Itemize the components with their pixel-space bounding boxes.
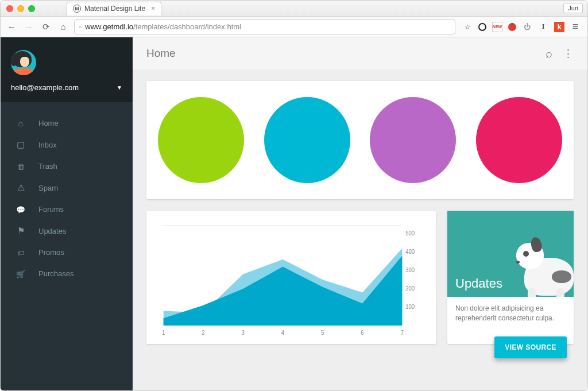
avatar[interactable]: [11, 50, 36, 75]
svg-text:200: 200: [405, 285, 415, 292]
account-switcher[interactable]: hello@example.com ▼: [11, 83, 122, 92]
url-host: www.getmdl.io: [85, 22, 133, 31]
bookmark-icon[interactable]: [462, 22, 473, 32]
extension-new-icon[interactable]: NEW: [492, 22, 502, 32]
window-controls: [6, 5, 35, 12]
tab-close-icon[interactable]: ×: [151, 5, 155, 13]
profile-badge[interactable]: Juri: [563, 3, 583, 13]
sidebar-item-label: Purchases: [38, 269, 74, 278]
home-icon: [16, 118, 26, 128]
browser-window: M Material Design Lite × Juri ← → ⟳ ⌂ ▫ …: [0, 0, 588, 391]
sidebar-item-inbox[interactable]: Inbox: [1, 134, 133, 156]
search-icon[interactable]: [546, 47, 552, 60]
stat-circle-2: [264, 97, 350, 183]
extension-power-icon[interactable]: [522, 22, 532, 32]
chart-rule: [161, 226, 401, 226]
browser-tab[interactable]: M Material Design Lite ×: [67, 2, 161, 16]
updates-title: Updates: [455, 276, 502, 291]
sidebar-item-spam[interactable]: Spam: [1, 177, 133, 199]
address-bar[interactable]: ▫ www.getmdl.io/templates/dashboard/inde…: [74, 20, 455, 34]
view-source-button[interactable]: VIEW SOURCE: [494, 336, 567, 358]
circles-card: [146, 81, 574, 199]
favicon-icon: M: [73, 5, 81, 13]
back-icon[interactable]: ←: [5, 22, 18, 32]
inbox-icon: [16, 140, 26, 150]
updates-card: Updates Non dolore elit adipisicing ea r…: [447, 211, 574, 344]
sidebar-item-label: Inbox: [38, 141, 57, 149]
sidebar-item-forums[interactable]: Forums: [1, 199, 133, 220]
extension-info-icon[interactable]: [538, 22, 548, 32]
svg-text:4: 4: [281, 330, 285, 336]
svg-text:100: 100: [405, 304, 415, 310]
svg-text:1: 1: [162, 330, 165, 336]
updates-body: Non dolore elit adipisicing ea reprehend…: [447, 297, 574, 330]
stat-circle-3: [370, 97, 456, 183]
second-row: 100200300400500 1234567 Updates: [146, 211, 574, 344]
svg-text:5: 5: [321, 330, 324, 336]
appbar: Home: [133, 37, 587, 69]
account-email: hello@example.com: [11, 83, 79, 92]
svg-text:2: 2: [202, 330, 204, 336]
browser-toolbar: ← → ⟳ ⌂ ▫ www.getmdl.io/templates/dashbo…: [1, 17, 587, 37]
sidebar: hello@example.com ▼ Home Inbox Trash: [1, 37, 133, 390]
appbar-actions: [546, 47, 574, 60]
reload-icon[interactable]: ⟳: [40, 22, 52, 32]
stat-circle-1: [158, 97, 244, 183]
sidebar-item-label: Spam: [38, 184, 58, 192]
titlebar: M Material Design Lite × Juri: [1, 1, 587, 17]
extension-k-icon[interactable]: k: [554, 22, 564, 32]
forward-icon: →: [22, 22, 35, 32]
extension-icons: NEW ✦ k: [460, 22, 583, 32]
page-title: Home: [146, 47, 176, 60]
svg-text:500: 500: [405, 230, 415, 237]
extension-circle-icon[interactable]: [478, 23, 486, 31]
more-icon[interactable]: [563, 47, 574, 60]
forums-icon: [16, 204, 26, 214]
sidebar-item-home[interactable]: Home: [1, 113, 133, 134]
svg-text:400: 400: [405, 249, 415, 255]
updates-media: Updates: [447, 211, 574, 297]
home-browser-icon[interactable]: ⌂: [57, 22, 69, 32]
sidebar-item-trash[interactable]: Trash: [1, 156, 133, 177]
sidebar-item-label: Updates: [38, 227, 66, 235]
minimize-window-icon[interactable]: [17, 5, 24, 12]
area-chart: 100200300400500 1234567: [158, 222, 424, 337]
url-text: www.getmdl.io/templates/dashboard/index.…: [85, 22, 241, 31]
app-viewport: hello@example.com ▼ Home Inbox Trash: [1, 37, 587, 390]
chevron-down-icon: ▼: [117, 84, 122, 91]
extension-tomato-icon[interactable]: ✦: [508, 23, 516, 31]
svg-text:6: 6: [361, 330, 364, 336]
sidebar-item-label: Home: [38, 119, 59, 127]
page-icon: ▫: [79, 23, 82, 31]
svg-text:3: 3: [242, 330, 245, 336]
sidebar-item-promos[interactable]: Promos: [1, 242, 133, 263]
sidebar-item-label: Forums: [38, 205, 64, 214]
tab-title: Material Design Lite: [84, 5, 145, 13]
sidebar-nav: Home Inbox Trash Spam Forums: [1, 102, 133, 295]
close-window-icon[interactable]: [6, 5, 13, 12]
trash-icon: [16, 161, 26, 171]
sidebar-item-label: Promos: [38, 248, 64, 257]
chart-card: 100200300400500 1234567: [146, 211, 436, 344]
updates-icon: [16, 226, 26, 236]
url-path: /templates/dashboard/index.html: [133, 22, 241, 31]
stat-circle-4: [476, 97, 562, 183]
sidebar-header: hello@example.com ▼: [1, 37, 133, 102]
sidebar-item-updates[interactable]: Updates: [1, 220, 133, 242]
dog-illustration: [508, 231, 574, 297]
sidebar-item-label: Trash: [38, 162, 57, 171]
sidebar-item-purchases[interactable]: Purchases: [1, 263, 133, 284]
svg-text:300: 300: [405, 267, 415, 273]
maximize-window-icon[interactable]: [28, 5, 35, 12]
promos-icon: [16, 247, 26, 257]
purchases-icon: [16, 269, 26, 278]
svg-text:7: 7: [401, 330, 404, 336]
browser-menu-icon[interactable]: [570, 22, 581, 32]
spam-icon: [16, 183, 26, 193]
